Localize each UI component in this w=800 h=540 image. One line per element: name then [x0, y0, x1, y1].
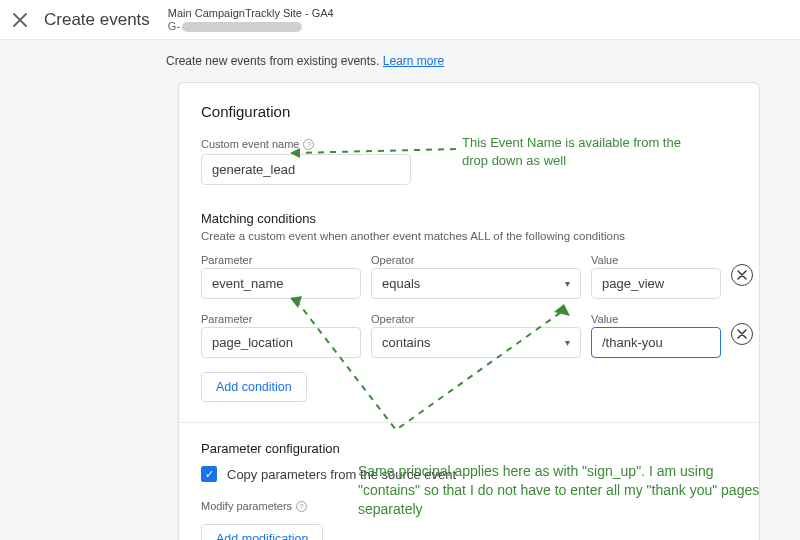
chevron-down-icon: ▾ [565, 337, 570, 348]
condition-row: Parameter Operator equals ▾ Value [201, 254, 737, 299]
redacted-id [182, 22, 302, 32]
parameter-input[interactable] [201, 268, 361, 299]
checkbox-checked-icon[interactable]: ✓ [201, 466, 217, 482]
remove-condition-button[interactable] [731, 264, 753, 286]
header-bar: Create events Main CampaignTrackly Site … [0, 0, 800, 40]
divider [179, 422, 759, 423]
annotation-contains: Same principal applies here as with "sig… [358, 462, 778, 519]
panel-title: Configuration [201, 103, 737, 120]
close-icon[interactable] [12, 12, 28, 28]
value-label: Value [591, 254, 721, 266]
site-id: G- [168, 20, 334, 32]
annotation-event-name: This Event Name is available from the dr… [462, 134, 682, 169]
parameter-input[interactable] [201, 327, 361, 358]
site-title: Main CampaignTrackly Site - GA4 [168, 7, 334, 19]
value-label: Value [591, 313, 721, 325]
value-input[interactable] [591, 327, 721, 358]
intro-text: Create new events from existing events. … [0, 40, 800, 74]
operator-select[interactable]: equals ▾ [371, 268, 581, 299]
add-condition-button[interactable]: Add condition [201, 372, 307, 402]
custom-event-name-input[interactable] [201, 154, 411, 185]
page-title: Create events [44, 10, 150, 30]
value-input[interactable] [591, 268, 721, 299]
condition-row: Parameter Operator contains ▾ Value [201, 313, 737, 358]
operator-label: Operator [371, 313, 581, 325]
add-modification-button[interactable]: Add modification [201, 524, 323, 540]
help-icon[interactable]: ? [296, 501, 307, 512]
param-label: Parameter [201, 313, 361, 325]
operator-select[interactable]: contains ▾ [371, 327, 581, 358]
site-block: Main CampaignTrackly Site - GA4 G- [168, 7, 334, 31]
param-label: Parameter [201, 254, 361, 266]
operator-label: Operator [371, 254, 581, 266]
matching-subtext: Create a custom event when another event… [201, 230, 737, 242]
remove-condition-button[interactable] [731, 323, 753, 345]
matching-heading: Matching conditions [201, 211, 737, 226]
help-icon[interactable]: ? [303, 139, 314, 150]
param-config-heading: Parameter configuration [201, 441, 737, 456]
learn-more-link[interactable]: Learn more [383, 54, 444, 68]
chevron-down-icon: ▾ [565, 278, 570, 289]
